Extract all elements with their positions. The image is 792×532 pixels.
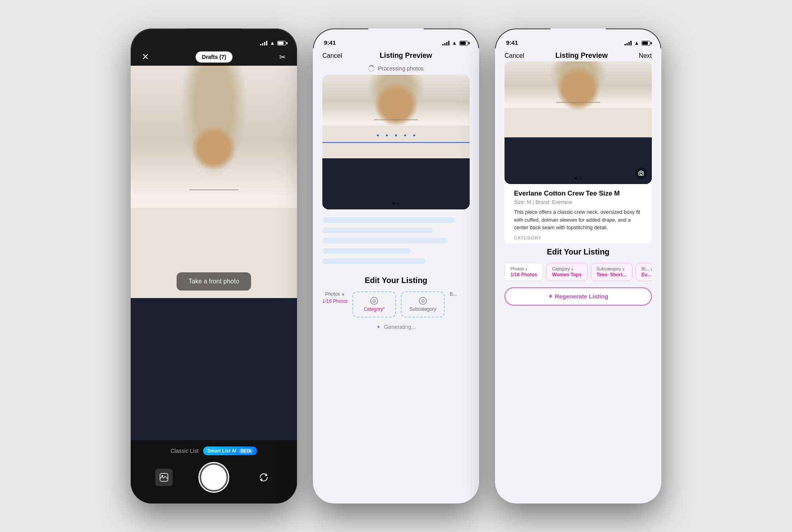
status-time-2: 9:41 [324,39,336,46]
tab-subcategory-3[interactable]: Subcategory ∨ Tees- Short... [591,263,632,281]
result-screen: Cancel Listing Preview Next Everlane Cot… [495,48,661,504]
processing-screen: Cancel Listing Preview Processing photos [313,48,479,504]
result-photo-bg [505,61,652,184]
result-listing-image [505,61,652,184]
beta-tag: BETA [239,448,253,454]
status-icons-1: ▲ [260,40,286,46]
cancel-button-2[interactable]: Cancel [322,52,342,59]
notch-3 [550,28,606,40]
camera-photo-overlay [131,66,297,440]
processing-label: Processing photos [378,65,423,72]
tab-brand-2[interactable]: B... [449,291,457,317]
category-label: CATEGORY [514,236,642,240]
notch-1 [186,28,242,40]
signal-bars-2 [442,41,449,46]
camera-screen: ✕ Drafts (7) ✂ Take a front photo Classi… [131,48,297,504]
nav-bar-2: Cancel Listing Preview [313,48,479,61]
tab-category-3[interactable]: Category ∨ Women Tops [546,263,587,281]
listing-info: Everlane Cotton Crew Tee Size M Size: M … [505,184,652,243]
notch-2 [368,28,424,40]
result-pagination [575,177,582,179]
tab-brand-3[interactable]: Br... ∨ Ev... [636,263,652,281]
camera-header: ✕ Drafts (7) ✂ [131,48,297,66]
generating-indicator: ✦ Generating... [313,317,479,336]
edit-section-2: Edit Your Listing Photos ∨ 1/16 Photos ⊕… [313,272,479,317]
edit-title-2: Edit Your Listing [322,276,470,285]
wifi-icon-2: ▲ [452,40,457,46]
camera-controls [142,463,286,492]
scan-dots [377,135,415,137]
scissors-button[interactable]: ✂ [279,52,286,62]
shutter-button[interactable] [200,463,228,492]
status-time-3: 9:41 [506,39,518,46]
result-photo-overlay [505,61,652,184]
phone-1: ▲ ✕ Drafts (7) ✂ Take a front photo Clas… [131,28,297,504]
flip-icon [258,472,269,483]
signal-bars-3 [624,41,632,46]
category-icon-2: ⊕ [370,297,378,305]
drafts-button[interactable]: Drafts (7) [196,51,232,63]
processing-spinner [368,65,375,72]
front-photo-prompt: Take a front photo [177,272,251,291]
classic-list-option[interactable]: Classic List [171,448,199,454]
camera-bottom: Classic List Smart List AI BETA [131,440,297,504]
battery-1 [277,41,286,46]
smart-list-label: Smart List AI [207,448,236,454]
screen-title-2: Listing Preview [380,51,432,60]
sparkle-icon: ✦ [376,324,381,330]
edit-title-3: Edit Your Listing [505,247,652,256]
edit-tabs-2: Photos ∨ 1/16 Photos ⊕ Category* ⊕ Subca… [322,291,470,317]
phone-3: 9:41 ▲ Cancel Listing Preview Next [495,28,661,504]
status-icons-3: ▲ [624,40,650,46]
battery-3 [642,41,650,46]
camera-viewfinder: Take a front photo [131,66,297,440]
phone-2: 9:41 ▲ Cancel Listing Preview Processing… [313,28,479,504]
battery-2 [459,41,468,46]
nav-bar-3: Cancel Listing Preview Next [495,48,661,61]
edit-tabs-3: Photos ∨ 1/16 Photos Category ∨ Women To… [505,263,652,281]
smart-list-badge[interactable]: Smart List AI BETA [203,446,257,455]
skeleton-line-4 [322,248,411,254]
tab-subcategory-2[interactable]: ⊕ Subcategory [401,291,445,317]
status-icons-2: ▲ [442,40,468,46]
screen-title-3: Listing Preview [555,51,607,60]
camera-photo-bg [131,66,297,440]
regenerate-button[interactable]: ✦ Regenerate Listing [505,287,652,306]
subcategory-icon-2: ⊕ [419,297,427,305]
flip-camera-button[interactable] [255,469,272,486]
gallery-icon [160,473,168,482]
listing-image-2 [322,75,470,209]
tab-photos-3[interactable]: Photos ∨ 1/16 Photos [505,263,543,281]
close-button[interactable]: ✕ [142,52,149,62]
listing-meta: Size: M | Brand: Everlane [514,199,642,205]
listing-type-toggle: Classic List Smart List AI BETA [142,446,286,455]
image-pagination-2 [392,202,400,205]
cancel-button-3[interactable]: Cancel [505,52,524,59]
skeleton-line-3 [322,238,447,243]
wifi-icon-3: ▲ [634,40,639,46]
scan-line [322,142,470,143]
skeleton-line-5 [322,258,425,264]
next-button-3[interactable]: Next [639,52,652,59]
processing-indicator: Processing photos [313,61,479,75]
tab-photos-2[interactable]: Photos ∨ 1/16 Photos [322,291,348,317]
edit-photo-button[interactable] [635,167,647,179]
signal-bars-1 [260,41,267,46]
skeleton-line-1 [322,217,455,223]
listing-description: This piece offers a classic crew neck, o… [514,208,642,232]
tab-category-2[interactable]: ⊕ Category* [352,291,396,317]
camera-icon [638,170,644,177]
gallery-button[interactable] [155,469,173,486]
svg-point-2 [640,172,642,175]
loading-skeleton [313,209,479,272]
generating-label: Generating... [384,324,416,330]
edit-section-3: Edit Your Listing Photos ∨ 1/16 Photos C… [495,243,661,281]
wifi-icon-1: ▲ [270,40,275,46]
listing-title: Everlane Cotton Crew Tee Size M [514,190,642,198]
skeleton-line-2 [322,228,433,233]
